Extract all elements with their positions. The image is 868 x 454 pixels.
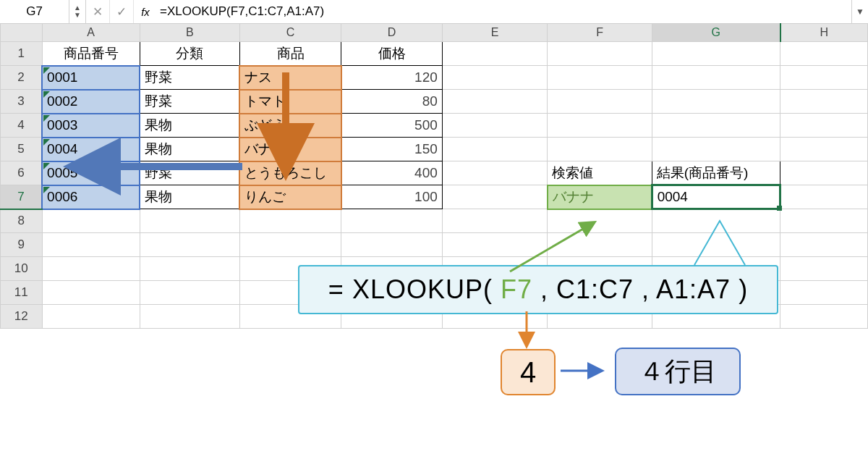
cell-f7[interactable]: バナナ: [548, 185, 652, 209]
cell-h7[interactable]: [780, 185, 868, 209]
cell-f6[interactable]: 検索値: [548, 161, 652, 185]
row-header-3[interactable]: 3: [1, 90, 43, 114]
cell-g5[interactable]: [652, 138, 780, 161]
cell-h2[interactable]: [780, 66, 868, 90]
formula-annotation: = XLOOKUP( F7 , C1:C7 , A1:A7 ): [298, 265, 778, 314]
cell-c5[interactable]: バナナ: [239, 138, 341, 161]
cell-h1[interactable]: [780, 42, 868, 66]
cancel-formula-button[interactable]: ✕: [86, 0, 110, 23]
cell-g2[interactable]: [652, 66, 780, 90]
col-header-f[interactable]: F: [548, 24, 652, 42]
row-header-10[interactable]: 10: [1, 257, 43, 281]
row-header-12[interactable]: 12: [1, 305, 43, 329]
confirm-formula-button[interactable]: ✓: [110, 0, 134, 23]
step-index-box: 4: [501, 349, 556, 395]
col-header-e[interactable]: E: [442, 24, 548, 42]
cell-a1[interactable]: 商品番号: [42, 42, 140, 66]
row-header-4[interactable]: 4: [1, 114, 43, 138]
cell-g7[interactable]: 0004: [652, 185, 780, 209]
formula-arg3: A1:A7: [656, 274, 731, 304]
spinner-down-icon[interactable]: ▼: [74, 12, 81, 19]
row-header-1[interactable]: 1: [1, 42, 43, 66]
cell-g1[interactable]: [652, 42, 780, 66]
cell-b6[interactable]: 野菜: [140, 161, 239, 185]
cell-c7[interactable]: りんご: [239, 185, 341, 209]
cell-e6[interactable]: [442, 161, 548, 185]
expand-formula-bar[interactable]: ▼: [851, 0, 868, 23]
cell-d7[interactable]: 100: [341, 185, 443, 209]
row-header-6[interactable]: 6: [1, 161, 43, 185]
cell-b3[interactable]: 野菜: [140, 90, 239, 114]
cell-h3[interactable]: [780, 90, 868, 114]
cell-g4[interactable]: [652, 114, 780, 138]
check-icon: ✓: [116, 4, 127, 20]
formula-bar: G7 ▲ ▼ ✕ ✓ fx =XLOOKUP(F7,C1:C7,A1:A7) ▼: [0, 0, 868, 24]
x-icon: ✕: [93, 4, 103, 20]
cell-c1[interactable]: 商品: [239, 42, 341, 66]
cell-b7[interactable]: 果物: [140, 185, 239, 209]
col-header-h[interactable]: H: [780, 24, 868, 42]
formula-arg1: F7: [501, 274, 532, 304]
cell-f4[interactable]: [548, 114, 652, 138]
row-header-9[interactable]: 9: [1, 233, 43, 257]
cell-d4[interactable]: 500: [341, 114, 443, 138]
cell-e7[interactable]: [442, 185, 548, 209]
cell-a2[interactable]: 0001: [42, 66, 140, 90]
col-header-g[interactable]: G: [652, 24, 780, 42]
formula-input[interactable]: =XLOOKUP(F7,C1:C7,A1:A7): [157, 0, 851, 23]
row-header-5[interactable]: 5: [1, 138, 43, 161]
cell-b4[interactable]: 果物: [140, 114, 239, 138]
cell-b2[interactable]: 野菜: [140, 66, 239, 90]
cell-g3[interactable]: [652, 90, 780, 114]
row-header-2[interactable]: 2: [1, 66, 43, 90]
namebox-spinner[interactable]: ▲ ▼: [69, 0, 86, 23]
cell-e5[interactable]: [442, 138, 548, 161]
cell-e3[interactable]: [442, 90, 548, 114]
formula-sep1: ,: [532, 274, 556, 304]
cell-b1[interactable]: 分類: [140, 42, 239, 66]
row-result-box: ４行目: [615, 348, 741, 395]
cell-c6[interactable]: とうもろこし: [239, 161, 341, 185]
row-header-11[interactable]: 11: [1, 281, 43, 305]
formula-sep2: ,: [634, 274, 656, 304]
cell-c4[interactable]: ぶどう: [239, 114, 341, 138]
cell-a6[interactable]: 0005: [42, 161, 140, 185]
col-header-a[interactable]: A: [42, 24, 140, 42]
cell-h6[interactable]: [780, 161, 868, 185]
cell-e1[interactable]: [442, 42, 548, 66]
cell-a7[interactable]: 0006: [42, 185, 140, 209]
cell-e4[interactable]: [442, 114, 548, 138]
cell-d6[interactable]: 400: [341, 161, 443, 185]
name-box[interactable]: G7: [0, 0, 69, 23]
arrow-blue-small-icon: [561, 362, 611, 384]
cell-d5[interactable]: 150: [341, 138, 443, 161]
cell-f5[interactable]: [548, 138, 652, 161]
cell-f2[interactable]: [548, 66, 652, 90]
cell-a3[interactable]: 0002: [42, 90, 140, 114]
select-all-corner[interactable]: [1, 24, 43, 42]
cell-d3[interactable]: 80: [341, 90, 443, 114]
cell-g6[interactable]: 結果(商品番号): [652, 161, 780, 185]
cell-a5[interactable]: 0004: [42, 138, 140, 161]
col-header-d[interactable]: D: [341, 24, 443, 42]
cell-b5[interactable]: 果物: [140, 138, 239, 161]
col-header-c[interactable]: C: [239, 24, 341, 42]
cell-h5[interactable]: [780, 138, 868, 161]
cell-d2[interactable]: 120: [341, 66, 443, 90]
fx-button[interactable]: fx: [134, 0, 157, 23]
formula-post: ): [731, 274, 748, 304]
col-header-b[interactable]: B: [140, 24, 239, 42]
cell-e2[interactable]: [442, 66, 548, 90]
formula-pre: = XLOOKUP(: [328, 274, 501, 304]
cell-a4[interactable]: 0003: [42, 114, 140, 138]
row-header-7[interactable]: 7: [1, 185, 43, 209]
cell-c3[interactable]: トマト: [239, 90, 341, 114]
cell-c2[interactable]: ナス: [239, 66, 341, 90]
cell-h4[interactable]: [780, 114, 868, 138]
cell-f1[interactable]: [548, 42, 652, 66]
cell-f3[interactable]: [548, 90, 652, 114]
cell-d1[interactable]: 価格: [341, 42, 443, 66]
formula-arg2: C1:C7: [556, 274, 634, 304]
row-header-8[interactable]: 8: [1, 209, 43, 233]
